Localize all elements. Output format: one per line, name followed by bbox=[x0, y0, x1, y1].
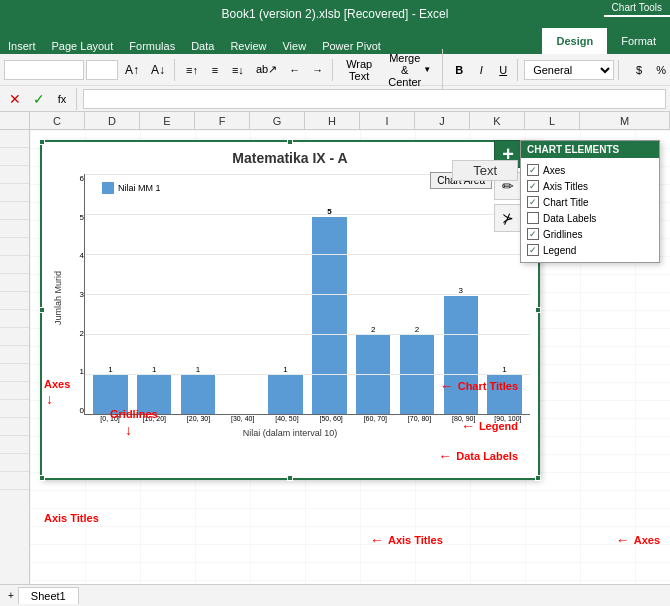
menu-insert[interactable]: Insert bbox=[0, 38, 44, 54]
y-label-6: 6 bbox=[66, 174, 84, 183]
decimal-group: $ % , .0↑ .0↓ bbox=[629, 59, 670, 81]
sheet-tab-1[interactable]: Sheet1 bbox=[18, 587, 79, 604]
col-g: G bbox=[250, 112, 305, 129]
annotation-axis-titles-left: Axis Titles bbox=[44, 512, 99, 524]
align-top-btn[interactable]: ≡↑ bbox=[181, 59, 203, 81]
ce-chart-title: Chart Title bbox=[527, 194, 653, 210]
menu-view[interactable]: View bbox=[274, 38, 314, 54]
row-hdr-17 bbox=[0, 418, 29, 436]
percent-btn[interactable]: % bbox=[651, 59, 670, 81]
data-labels-checkbox[interactable] bbox=[527, 212, 539, 224]
tab-design[interactable]: Design bbox=[542, 28, 607, 54]
decrease-font-btn[interactable]: A↓ bbox=[146, 59, 170, 81]
chart-elements-header: CHART ELEMENTS bbox=[521, 141, 659, 158]
annotation-axes-right: ← Axes bbox=[616, 532, 660, 548]
resize-handle-mr[interactable] bbox=[535, 307, 541, 313]
chart-filter-button[interactable]: ⊁ bbox=[494, 204, 522, 232]
wrap-text-btn[interactable]: Wrap Text bbox=[339, 55, 379, 85]
indent-left-btn[interactable]: ← bbox=[284, 59, 305, 81]
function-btn[interactable]: fx bbox=[52, 88, 72, 110]
chart-title-checkbox[interactable] bbox=[527, 196, 539, 208]
app-title: Book1 (version 2).xlsb [Recovered] - Exc… bbox=[222, 7, 449, 21]
font-group: A↑ A↓ bbox=[4, 59, 175, 81]
bar-label-1: 1 bbox=[108, 365, 112, 374]
row-headers bbox=[0, 130, 30, 584]
text-label: Text bbox=[452, 160, 518, 181]
axes-annotation-label: Axes bbox=[44, 378, 70, 390]
col-f: F bbox=[195, 112, 250, 129]
col-c: C bbox=[30, 112, 85, 129]
row-hdr-9 bbox=[0, 274, 29, 292]
indent-right-btn[interactable]: → bbox=[307, 59, 328, 81]
gridlines-label: Gridlines bbox=[543, 229, 582, 240]
resize-handle-bm[interactable] bbox=[287, 475, 293, 481]
legend-label: Legend bbox=[543, 245, 576, 256]
ce-axes: Axes bbox=[527, 162, 653, 178]
chart-title-label: Chart Title bbox=[543, 197, 589, 208]
annotation-axes-left: Axes bbox=[44, 378, 70, 390]
align-middle-btn[interactable]: ≡ bbox=[205, 59, 225, 81]
axis-titles-label: Axis Titles bbox=[543, 181, 588, 192]
formula-bar: ✕ ✓ fx bbox=[0, 86, 670, 112]
annotation-gridlines: Gridlines bbox=[110, 408, 158, 420]
legend-annotation-label: Legend bbox=[479, 420, 518, 432]
menu-page-layout[interactable]: Page Layout bbox=[44, 38, 122, 54]
axis-titles-checkbox[interactable] bbox=[527, 180, 539, 192]
gridlines-checkbox[interactable] bbox=[527, 228, 539, 240]
merge-dropdown-icon[interactable]: ▼ bbox=[423, 65, 431, 74]
bar-group-5: 1 bbox=[264, 178, 307, 414]
row-spacer bbox=[0, 112, 30, 129]
row-hdr-5 bbox=[0, 202, 29, 220]
merge-center-btn[interactable]: Merge & Center ▼ bbox=[381, 49, 438, 91]
confirm-btn[interactable]: ✓ bbox=[28, 88, 50, 110]
formula-input[interactable] bbox=[83, 89, 666, 109]
chart-tools-label: Chart Tools bbox=[604, 0, 670, 17]
font-name-input[interactable] bbox=[4, 60, 84, 80]
resize-handle-br[interactable] bbox=[535, 475, 541, 481]
x-label-5: [40, 50] bbox=[265, 415, 309, 422]
col-d: D bbox=[85, 112, 140, 129]
new-sheet-btn[interactable]: + bbox=[4, 589, 18, 602]
increase-font-btn[interactable]: A↑ bbox=[120, 59, 144, 81]
underline-btn[interactable]: U bbox=[493, 59, 513, 81]
col-k: K bbox=[470, 112, 525, 129]
x-label-4: [30, 40] bbox=[221, 415, 265, 422]
axes-checkbox[interactable] bbox=[527, 164, 539, 176]
axis-titles-left-label: Axis Titles bbox=[44, 512, 99, 524]
bar-label-6: 5 bbox=[327, 207, 331, 216]
resize-handle-bl[interactable] bbox=[39, 475, 45, 481]
bar-7 bbox=[356, 335, 390, 414]
tab-format[interactable]: Format bbox=[607, 28, 670, 54]
toolbar-row1: A↑ A↓ ≡↑ ≡ ≡↓ ab↗ ← → Wrap Text Merge & … bbox=[0, 54, 670, 86]
funnel-icon: ⊁ bbox=[502, 210, 514, 226]
row-hdr-1 bbox=[0, 130, 29, 148]
cells-area: Matematika IX - A Nilai MM 1 Jumlah Muri… bbox=[30, 130, 670, 584]
cancel-btn[interactable]: ✕ bbox=[4, 88, 26, 110]
col-j: J bbox=[415, 112, 470, 129]
row-hdr-18 bbox=[0, 436, 29, 454]
bar-label-3: 1 bbox=[196, 365, 200, 374]
font-size-input[interactable] bbox=[86, 60, 118, 80]
bold-btn[interactable]: B bbox=[449, 59, 469, 81]
bar-label-10: 1 bbox=[502, 365, 506, 374]
x-label-7: [60, 70] bbox=[353, 415, 397, 422]
chart-elements-body: Axes Axis Titles Chart Title Data Labels… bbox=[521, 158, 659, 262]
row-hdr-7 bbox=[0, 238, 29, 256]
menu-review[interactable]: Review bbox=[222, 38, 274, 54]
currency-btn[interactable]: $ bbox=[629, 59, 649, 81]
legend-checkbox[interactable] bbox=[527, 244, 539, 256]
ce-axis-titles: Axis Titles bbox=[527, 178, 653, 194]
menu-data[interactable]: Data bbox=[183, 38, 222, 54]
orient-btn[interactable]: ab↗ bbox=[251, 59, 282, 81]
menu-formulas[interactable]: Formulas bbox=[121, 38, 183, 54]
italic-btn[interactable]: I bbox=[471, 59, 491, 81]
column-headers: C D E F G H I J K L M bbox=[0, 112, 670, 130]
axes-label: Axes bbox=[543, 165, 565, 176]
format-group: B I U bbox=[449, 59, 518, 81]
resize-handle-ml[interactable] bbox=[39, 307, 45, 313]
align-bottom-btn[interactable]: ≡↓ bbox=[227, 59, 249, 81]
resize-handle-tm[interactable] bbox=[287, 139, 293, 145]
resize-handle-tl[interactable] bbox=[39, 139, 45, 145]
number-format-select[interactable]: General bbox=[524, 60, 614, 80]
y-label-3: 3 bbox=[66, 290, 84, 299]
